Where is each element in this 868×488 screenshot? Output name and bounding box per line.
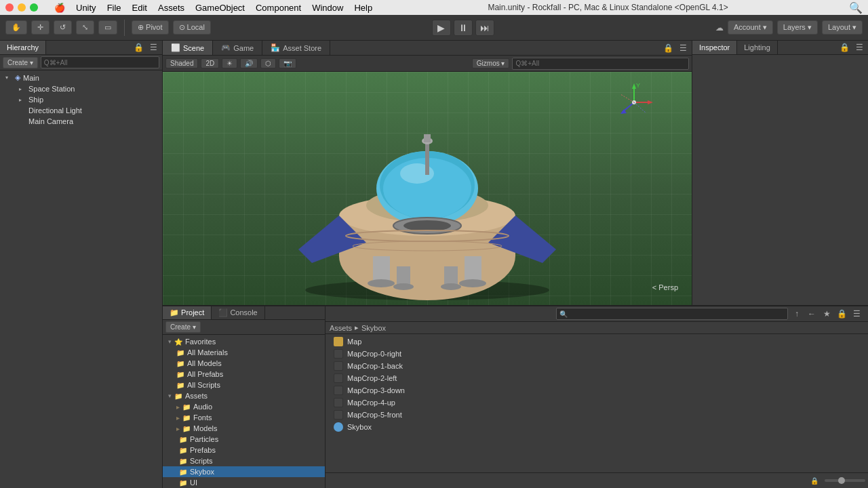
menu-window[interactable]: Window (312, 3, 343, 13)
tab-scene[interactable]: ⬜ Scene (163, 41, 213, 55)
scene-search-input[interactable] (512, 58, 689, 70)
size-slider[interactable] (825, 479, 865, 482)
rotate-tool[interactable]: ↺ (54, 20, 72, 35)
tree-all-models[interactable]: 📁 All Models (163, 358, 325, 369)
lighting-toggle[interactable]: ☀ (222, 58, 237, 68)
breadcrumb-assets[interactable]: Assets (330, 324, 352, 332)
assets-content-panel: ↑ ← ★ 🔒 ☰ Assets ▸ Skybox (326, 306, 868, 488)
hierarchy-menu-icon[interactable]: ☰ (147, 41, 159, 54)
tab-asset-store[interactable]: 🏪 Asset Store (262, 41, 330, 55)
inspector-lock-icon[interactable]: 🔒 (838, 41, 850, 54)
assets-search-input[interactable] (556, 308, 788, 320)
folder-icon: 📁 (179, 468, 187, 476)
pivot-button[interactable]: ⊕ Pivot (132, 20, 169, 35)
layers-button[interactable]: Layers ▾ (777, 20, 818, 35)
local-button[interactable]: ⊙ Local (173, 20, 211, 35)
inspector-menu-icon[interactable]: ☰ (853, 41, 865, 54)
asset-item-map[interactable]: Map (326, 336, 868, 348)
inspector-panel: Inspector Lighting 🔒 ☰ (692, 41, 868, 305)
tree-all-prefabs[interactable]: 📁 All Prefabs (163, 369, 325, 380)
hierarchy-item-space-station[interactable]: ▸ Space Station (0, 83, 162, 94)
shading-mode-button[interactable]: Shaded (165, 58, 198, 68)
tab-hierarchy[interactable]: Hierarchy (0, 41, 46, 54)
account-button[interactable]: Account ▾ (728, 20, 773, 35)
tree-models[interactable]: ▸ 📁 Models (163, 423, 325, 434)
hierarchy-item-ship[interactable]: ▸ Ship (0, 94, 162, 105)
folder-icon: 📁 (176, 360, 184, 367)
texture-icon (334, 349, 343, 359)
project-create-button[interactable]: Create ▾ (165, 321, 201, 333)
step-button[interactable]: ⏭ (475, 20, 494, 36)
close-button[interactable] (5, 3, 14, 12)
asset-item-mapcrop2[interactable]: MapCrop-2-left (326, 372, 868, 384)
hierarchy-lock-icon[interactable]: 🔒 (132, 41, 144, 54)
asset-item-mapcrop1[interactable]: MapCrop-1-back (326, 360, 868, 372)
menu-file[interactable]: File (107, 3, 121, 13)
rect-tool[interactable]: ▭ (98, 20, 117, 35)
scene-lock-icon[interactable]: 🔒 (662, 42, 674, 54)
hierarchy-search-input[interactable] (41, 56, 159, 68)
tree-particles[interactable]: 📁 Particles (163, 434, 325, 445)
layout-button[interactable]: Layout ▾ (822, 20, 863, 35)
tab-lighting[interactable]: Lighting (737, 41, 778, 54)
upload-icon[interactable]: ↑ (791, 308, 803, 320)
tree-prefabs[interactable]: 📁 Prefabs (163, 445, 325, 455)
assets-group[interactable]: ▾ 📁 Assets (163, 390, 325, 401)
assets-footer: 🔒 (326, 472, 868, 488)
tree-audio[interactable]: ▸ 📁 Audio (163, 401, 325, 412)
search-icon[interactable]: 🔍 (849, 1, 863, 14)
apple-menu[interactable]: 🍎 (54, 3, 65, 13)
2d-mode-button[interactable]: 2D (201, 58, 219, 68)
assets-lock-icon[interactable]: 🔒 (835, 308, 848, 320)
tree-all-scripts[interactable]: 📁 All Scripts (163, 380, 325, 390)
folder-icon: ▸ (176, 425, 180, 432)
scene-viewport[interactable]: Y (163, 72, 692, 305)
audio-toggle[interactable]: 🔊 (240, 58, 258, 68)
move-tool[interactable]: ✛ (31, 20, 50, 35)
hierarchy-create-button[interactable]: Create ▾ (3, 57, 38, 68)
asset-item-mapcrop5[interactable]: MapCrop-5-front (326, 409, 868, 421)
menu-assets[interactable]: Assets (158, 3, 184, 13)
menu-component[interactable]: Component (256, 3, 301, 13)
asset-item-mapcrop4[interactable]: MapCrop-4-up (326, 396, 868, 409)
tab-console[interactable]: ⬛ Console (212, 306, 264, 319)
favorite-icon[interactable]: ★ (821, 308, 833, 320)
hierarchy-item-main-camera[interactable]: Main Camera (0, 116, 162, 127)
tab-game[interactable]: 🎮 Game (213, 41, 262, 55)
assets-menu-icon[interactable]: ☰ (850, 308, 863, 320)
asset-item-mapcrop3[interactable]: MapCrop-3-down (326, 384, 868, 396)
scale-tool[interactable]: ⤡ (76, 20, 94, 35)
menu-help[interactable]: Help (354, 3, 372, 13)
hierarchy-item-main[interactable]: ▾ ◈ Main (0, 72, 162, 83)
favorites-group[interactable]: ▾ ⭐ Favorites (163, 336, 325, 347)
tree-skybox[interactable]: 📁 Skybox (163, 466, 325, 477)
pause-button[interactable]: ⏸ (454, 20, 473, 36)
tree-item-label: Audio (193, 403, 212, 411)
tree-fonts[interactable]: ▸ 📁 Fonts (163, 412, 325, 423)
tree-all-materials[interactable]: 📁 All Materials (163, 347, 325, 358)
play-button[interactable]: ▶ (432, 20, 451, 36)
tab-project[interactable]: 📁 Project (163, 306, 212, 319)
breadcrumb-skybox[interactable]: Skybox (361, 324, 386, 332)
hand-tool[interactable]: ✋ (5, 20, 27, 35)
back-icon[interactable]: ← (806, 308, 818, 320)
lock-icon[interactable]: 🔒 (808, 474, 821, 487)
fx-toggle[interactable]: ⬡ (260, 58, 276, 68)
tree-item-label: All Models (187, 359, 222, 367)
hierarchy-item-directional-light[interactable]: Directional Light (0, 105, 162, 116)
gizmos-button[interactable]: Gizmos ▾ (472, 58, 510, 68)
asset-label: MapCrop-0-right (347, 350, 401, 358)
maximize-button[interactable] (30, 3, 38, 12)
tree-ui[interactable]: 📁 UI (163, 477, 325, 488)
menu-gameobject[interactable]: GameObject (195, 3, 245, 13)
tree-scripts[interactable]: 📁 Scripts (163, 455, 325, 466)
tab-inspector[interactable]: Inspector (692, 41, 737, 54)
scene-menu-icon[interactable]: ☰ (677, 42, 689, 54)
bottom-area: 📁 Project ⬛ Console Create ▾ ▾ ⭐ (163, 305, 868, 488)
asset-item-mapcrop0[interactable]: MapCrop-0-right (326, 348, 868, 360)
camera-toggle[interactable]: 📷 (279, 58, 296, 68)
asset-item-skybox[interactable]: Skybox (326, 421, 868, 433)
menu-edit[interactable]: Edit (132, 3, 147, 13)
menu-unity[interactable]: Unity (76, 3, 96, 13)
minimize-button[interactable] (18, 3, 26, 12)
